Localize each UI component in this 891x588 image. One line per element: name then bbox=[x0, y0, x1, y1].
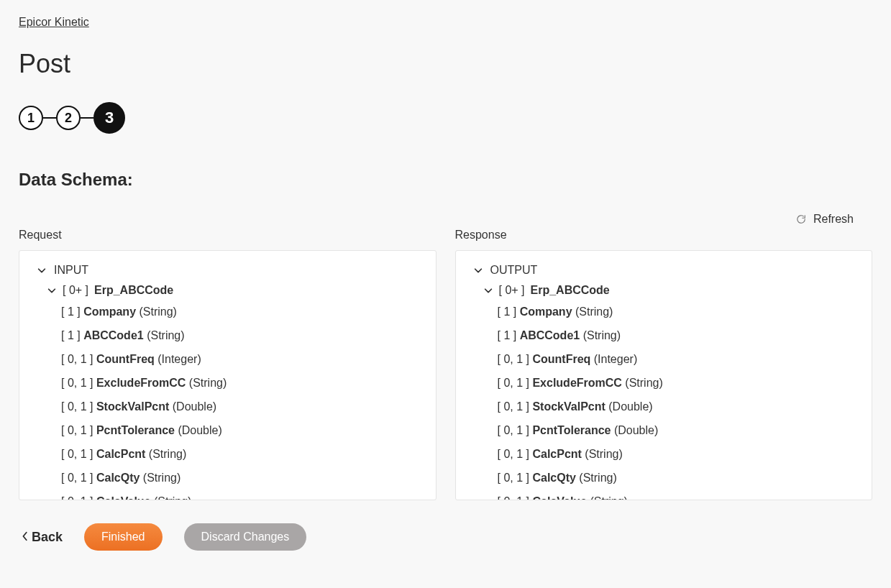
stepper: 123 bbox=[19, 102, 872, 134]
field-cardinality: [ 0, 1 ] bbox=[61, 424, 96, 436]
field-type: (String) bbox=[143, 472, 181, 484]
request-card: INPUT[ 0+ ] Erp_ABCCode[ 1 ] Company (St… bbox=[19, 250, 437, 500]
response-field[interactable]: [ 0, 1 ] PcntTolerance (Double) bbox=[473, 422, 855, 439]
field-cardinality: [ 0, 1 ] bbox=[498, 448, 533, 460]
field-cardinality: [ 1 ] bbox=[61, 306, 83, 318]
field-type: (String) bbox=[154, 495, 191, 500]
field-type: (String) bbox=[585, 448, 622, 460]
response-field[interactable]: [ 0, 1 ] StockValPcnt (Double) bbox=[473, 398, 855, 415]
request-field[interactable]: [ 1 ] ABCCode1 (String) bbox=[37, 327, 419, 344]
footer: Back Finished Discard Changes bbox=[19, 523, 872, 551]
response-field[interactable]: [ 0, 1 ] CalcValue (String) bbox=[473, 493, 855, 500]
request-field[interactable]: [ 0, 1 ] CalcPcnt (String) bbox=[37, 446, 419, 463]
field-name: PcntTolerance bbox=[532, 424, 614, 436]
step-2[interactable]: 2 bbox=[56, 106, 81, 130]
response-field[interactable]: [ 1 ] Company (String) bbox=[473, 303, 855, 321]
field-cardinality: [ 0, 1 ] bbox=[61, 353, 96, 365]
field-name: CountFreq bbox=[96, 353, 157, 365]
field-type: (Double) bbox=[614, 424, 658, 436]
field-cardinality: [ 0, 1 ] bbox=[61, 495, 96, 500]
field-type: (String) bbox=[583, 329, 621, 341]
request-group-node[interactable]: [ 0+ ] Erp_ABCCode bbox=[37, 284, 419, 297]
request-field[interactable]: [ 1 ] Company (String) bbox=[37, 303, 419, 321]
request-field[interactable]: [ 0, 1 ] PcntTolerance (Double) bbox=[37, 422, 419, 439]
field-type: (String) bbox=[149, 448, 186, 460]
back-label: Back bbox=[32, 530, 63, 545]
request-field[interactable]: [ 0, 1 ] StockValPcnt (Double) bbox=[37, 398, 419, 415]
request-root-node[interactable]: INPUT bbox=[37, 264, 419, 277]
field-name: PcntTolerance bbox=[96, 424, 178, 436]
field-cardinality: [ 0, 1 ] bbox=[498, 400, 533, 413]
back-button[interactable]: Back bbox=[22, 530, 63, 545]
field-cardinality: [ 0, 1 ] bbox=[498, 353, 533, 365]
refresh-label: Refresh bbox=[813, 213, 854, 226]
field-name: ExcludeFromCC bbox=[96, 377, 189, 389]
request-field[interactable]: [ 0, 1 ] ExcludeFromCC (String) bbox=[37, 375, 419, 392]
request-column: Request INPUT[ 0+ ] Erp_ABCCode[ 1 ] Com… bbox=[19, 229, 437, 500]
field-cardinality: [ 0, 1 ] bbox=[498, 424, 533, 436]
field-name: CalcQty bbox=[532, 472, 579, 484]
field-type: (Integer) bbox=[157, 353, 201, 365]
step-1[interactable]: 1 bbox=[19, 106, 43, 130]
field-type: (String) bbox=[147, 329, 184, 341]
response-group-cardinality: [ 0+ ] bbox=[499, 284, 525, 297]
step-connector bbox=[81, 117, 93, 119]
field-cardinality: [ 0, 1 ] bbox=[61, 377, 96, 389]
field-type: (String) bbox=[590, 495, 627, 500]
field-name: ExcludeFromCC bbox=[532, 377, 625, 389]
response-column: Response OUTPUT[ 0+ ] Erp_ABCCode[ 1 ] C… bbox=[455, 229, 873, 500]
refresh-icon bbox=[796, 214, 806, 224]
discard-changes-button[interactable]: Discard Changes bbox=[184, 523, 307, 551]
field-cardinality: [ 0, 1 ] bbox=[61, 400, 96, 413]
field-name: CalcPcnt bbox=[96, 448, 149, 460]
field-cardinality: [ 0, 1 ] bbox=[498, 377, 533, 389]
response-card: OUTPUT[ 0+ ] Erp_ABCCode[ 1 ] Company (S… bbox=[455, 250, 873, 500]
field-name: CalcPcnt bbox=[532, 448, 585, 460]
field-name: CalcValue bbox=[96, 495, 154, 500]
refresh-button[interactable]: Refresh bbox=[19, 213, 872, 226]
field-type: (Integer) bbox=[594, 353, 637, 365]
request-field[interactable]: [ 0, 1 ] CalcValue (String) bbox=[37, 493, 419, 500]
chevron-down-icon bbox=[473, 265, 483, 275]
page-title: Post bbox=[19, 49, 872, 79]
response-field[interactable]: [ 0, 1 ] ExcludeFromCC (String) bbox=[473, 375, 855, 392]
response-root-label: OUTPUT bbox=[490, 264, 538, 277]
finished-button[interactable]: Finished bbox=[84, 523, 162, 551]
field-type: (String) bbox=[579, 472, 616, 484]
response-field[interactable]: [ 1 ] ABCCode1 (String) bbox=[473, 327, 855, 344]
response-field[interactable]: [ 0, 1 ] CalcQty (String) bbox=[473, 469, 855, 487]
request-field[interactable]: [ 0, 1 ] CountFreq (Integer) bbox=[37, 351, 419, 368]
field-type: (String) bbox=[189, 377, 227, 389]
step-3[interactable]: 3 bbox=[93, 102, 125, 134]
field-cardinality: [ 0, 1 ] bbox=[498, 472, 533, 484]
chevron-down-icon bbox=[37, 265, 47, 275]
field-type: (Double) bbox=[173, 400, 216, 413]
step-connector bbox=[43, 117, 56, 119]
field-cardinality: [ 1 ] bbox=[498, 329, 520, 341]
request-field[interactable]: [ 0, 1 ] CalcQty (String) bbox=[37, 469, 419, 487]
request-group-cardinality: [ 0+ ] bbox=[63, 284, 88, 297]
request-label: Request bbox=[19, 229, 437, 242]
field-type: (Double) bbox=[178, 424, 221, 436]
response-group-name: Erp_ABCCode bbox=[531, 284, 610, 297]
field-cardinality: [ 0, 1 ] bbox=[61, 472, 96, 484]
field-name: CalcValue bbox=[532, 495, 590, 500]
request-group-name: Erp_ABCCode bbox=[94, 284, 173, 297]
field-name: Company bbox=[520, 306, 575, 318]
field-name: StockValPcnt bbox=[96, 400, 173, 413]
field-type: (String) bbox=[139, 306, 176, 318]
response-field[interactable]: [ 0, 1 ] CountFreq (Integer) bbox=[473, 351, 855, 368]
response-field[interactable]: [ 0, 1 ] CalcPcnt (String) bbox=[473, 446, 855, 463]
request-root-label: INPUT bbox=[54, 264, 88, 277]
chevron-down-icon bbox=[483, 285, 493, 295]
response-label: Response bbox=[455, 229, 873, 242]
field-name: CalcQty bbox=[96, 472, 143, 484]
section-title: Data Schema: bbox=[19, 170, 872, 190]
field-name: CountFreq bbox=[532, 353, 593, 365]
response-group-node[interactable]: [ 0+ ] Erp_ABCCode bbox=[473, 284, 855, 297]
field-name: ABCCode1 bbox=[83, 329, 147, 341]
breadcrumb[interactable]: Epicor Kinetic bbox=[19, 16, 89, 28]
response-root-node[interactable]: OUTPUT bbox=[473, 264, 855, 277]
field-name: ABCCode1 bbox=[520, 329, 583, 341]
field-type: (Double) bbox=[608, 400, 652, 413]
